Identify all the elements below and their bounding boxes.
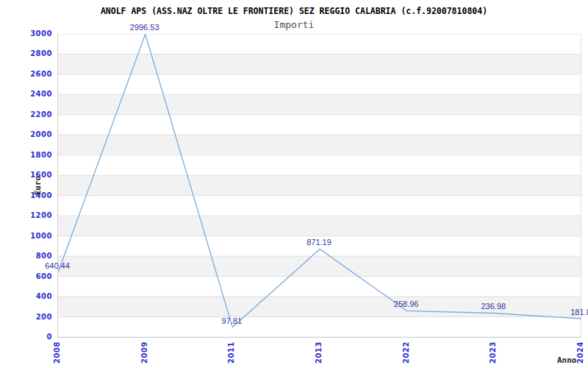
grid-band [58,216,581,236]
x-tick-label: 2011 [226,342,237,364]
x-tick-label: 2023 [488,342,498,364]
plot-area [57,34,581,338]
grid-band [58,135,581,155]
point-value-label: 2996.53 [115,22,174,32]
y-tick-label: 400 [0,291,52,302]
point-value-label: 97.81 [202,316,261,326]
grid-band [58,175,581,195]
plot-canvas [58,34,581,337]
y-tick-label: 2400 [0,89,52,99]
y-tick-label: 1000 [0,231,52,241]
y-tick-label: 800 [0,251,52,261]
point-value-label: 871.19 [290,237,348,247]
point-value-label: 181.8 [551,307,588,317]
y-tick-label: 2800 [0,49,52,59]
y-tick-label: 600 [0,272,52,282]
y-tick-label: 2000 [0,130,52,140]
x-tick-label: 2008 [52,342,62,364]
y-tick-label: 1800 [0,150,52,160]
x-tick-label: 2024 [576,342,586,364]
y-tick-label: 2200 [0,110,52,120]
chart-title: ANOLF APS (ASS.NAZ OLTRE LE FRONTIERE) S… [0,6,588,16]
x-tick-label: 2009 [140,342,150,364]
y-tick-label: 0 [0,332,52,342]
chart-subtitle: Importi [0,19,588,30]
y-tick-label: 1200 [0,210,52,221]
point-value-label: 236.98 [464,301,523,311]
y-tick-label: 2600 [0,69,52,79]
chart-image: ANOLF APS (ASS.NAZ OLTRE LE FRONTIERE) S… [0,0,588,368]
y-tick-label: 1600 [0,170,52,180]
x-axis-title: Anno [557,355,577,365]
point-value-label: 640.44 [28,261,87,271]
y-tick-label: 1400 [0,191,52,201]
grid-band [58,256,581,276]
y-axis-title: Euro [33,176,43,196]
x-tick-label: 2022 [401,342,412,364]
y-tick-label: 3000 [0,29,52,39]
y-tick-label: 200 [0,312,52,322]
grid-band [58,94,581,114]
point-value-label: 258.96 [377,299,436,309]
x-tick-label: 2013 [314,342,324,364]
